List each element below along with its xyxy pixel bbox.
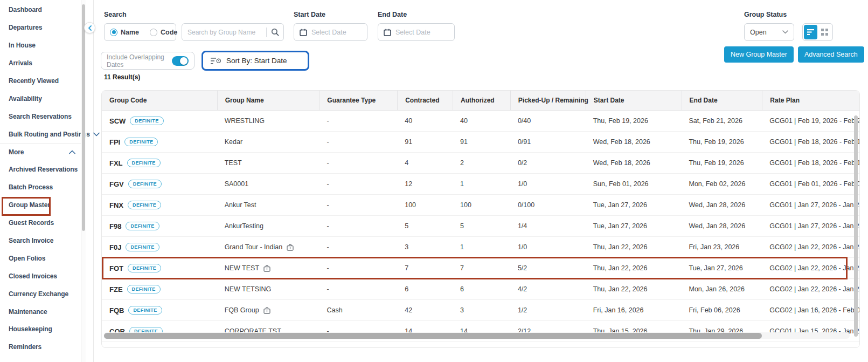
- search-icon[interactable]: [267, 28, 283, 36]
- guarantee-type: -: [319, 237, 397, 257]
- table-row[interactable]: FXL DEFINITE TEST - 4 2 0/2 Wed, Feb 18,…: [102, 153, 859, 174]
- list-view-button[interactable]: [804, 25, 817, 39]
- sidebar-item-open-folios[interactable]: Open Folios: [0, 249, 81, 267]
- picked-up-remaining: 0/2: [510, 153, 586, 173]
- grid-view-button[interactable]: [818, 25, 832, 39]
- column-header-authorized[interactable]: Authorized: [453, 91, 510, 110]
- sidebar-collapse-button[interactable]: [84, 22, 95, 33]
- radio-name-label: Name: [121, 29, 139, 36]
- view-mode-toggle: [802, 23, 833, 41]
- sidebar-item-batch-process[interactable]: Batch Process: [0, 179, 81, 196]
- guarantee-type: -: [319, 195, 397, 215]
- start-date-picker[interactable]: Select Date: [294, 23, 367, 41]
- start-date-placeholder: Select Date: [311, 29, 346, 36]
- authorized: 1: [453, 237, 510, 257]
- authorized: 7: [453, 258, 510, 278]
- group-master-table: Group Code Group Name Guarantee Type Con…: [101, 90, 860, 348]
- rate-plan: GCG02 | Jan 22, 2026 - Jan 23, ...: [762, 237, 859, 257]
- radio-name-dot[interactable]: [110, 29, 117, 36]
- include-overlapping-toggle[interactable]: [172, 56, 189, 66]
- guarantee-type: -: [319, 132, 397, 152]
- sidebar-item-closed-invoices[interactable]: Closed Invoices: [0, 267, 81, 285]
- action-buttons: New Group Master Advanced Search: [724, 46, 864, 63]
- end-date: Thu, Feb 19, 2026: [681, 153, 762, 173]
- table-row[interactable]: F98 DEFINITE AnkurTesting - 5 5 1/4 Tue,…: [102, 216, 859, 237]
- sidebar-item-bulk-routing-and-postings[interactable]: Bulk Routing and Postings: [0, 125, 81, 143]
- horizontal-scrollbar-track[interactable]: [104, 332, 850, 339]
- column-header-group-name[interactable]: Group Name: [217, 91, 320, 110]
- start-date: Thu, Jan 22, 2026: [586, 279, 682, 299]
- chevron-down-icon: [782, 30, 788, 34]
- group-status-label: Group Status: [744, 11, 787, 18]
- end-date-placeholder: Select Date: [395, 29, 430, 36]
- sidebar-item-label: Reminders: [9, 343, 41, 351]
- radio-name[interactable]: Name: [110, 29, 139, 36]
- guarantee-type: -: [319, 279, 397, 299]
- column-header-start-date[interactable]: Start Date: [586, 91, 682, 110]
- guarantee-type: Cash: [319, 300, 397, 320]
- sidebar-item-search-invoice[interactable]: Search Invoice: [0, 232, 81, 250]
- rate-plan: GCG02 | Jan 22, 2026 - Jan 26, ...: [762, 279, 859, 299]
- table-row[interactable]: FZE DEFINITE NEW TETSING - 6 6 4/2 Thu, …: [102, 279, 859, 300]
- radio-code[interactable]: Code: [150, 29, 177, 36]
- table-row[interactable]: FQB DEFINITE FQB Group Cash 42 3 1/2 Fri…: [102, 300, 859, 321]
- sidebar-item-maintenance[interactable]: Maintenance: [0, 303, 81, 320]
- sidebar-item-dashboard[interactable]: Dashboard: [0, 1, 81, 19]
- sidebar-item-recently-viewed[interactable]: Recently Viewed: [0, 72, 81, 90]
- column-header-picked-up-remaining[interactable]: Picked-Up / Remaining: [510, 91, 586, 110]
- status-badge: DEFINITE: [128, 201, 161, 209]
- horizontal-scrollbar-thumb[interactable]: [104, 333, 762, 339]
- group-code: FQB: [109, 306, 124, 315]
- table-row[interactable]: FPI DEFINITE Kedar - 91 91 0/91 Wed, Feb…: [102, 132, 859, 153]
- sidebar-item-label: Search Invoice: [9, 237, 53, 244]
- sidebar-item-arrivals[interactable]: Arrivals: [0, 54, 81, 72]
- sidebar-item-currency-exchange[interactable]: Currency Exchange: [0, 285, 81, 303]
- sidebar-item-housekeeping[interactable]: Housekeeping: [0, 320, 81, 338]
- column-header-group-code[interactable]: Group Code: [102, 91, 217, 110]
- group-status-select[interactable]: Open: [744, 23, 794, 41]
- rate-plan: GCG01 | Jan 27, 2026 - Jan 28, ...: [762, 216, 859, 236]
- sort-by-button[interactable]: Sort By: Start Date: [202, 51, 309, 71]
- advanced-search-button[interactable]: Advanced Search: [798, 46, 864, 63]
- group-name: Grand Tour - Indian: [225, 243, 282, 251]
- sidebar-item-availability[interactable]: Availability: [0, 90, 81, 107]
- column-header-rate-plan[interactable]: Rate Plan: [762, 91, 859, 110]
- table-row[interactable]: F0J DEFINITE Grand Tour - Indian - 3 1 1…: [102, 237, 859, 258]
- authorized: 100: [453, 195, 510, 215]
- status-badge: DEFINITE: [128, 264, 161, 272]
- end-date: Fri, Jan 23, 2026: [681, 237, 762, 257]
- sidebar-item-more[interactable]: More: [0, 143, 81, 161]
- table-row[interactable]: FNX DEFINITE Ankur Test - 100 100 0/100 …: [102, 195, 859, 216]
- vertical-scrollbar-thumb[interactable]: [854, 115, 858, 337]
- sidebar-item-label: Availability: [9, 95, 42, 103]
- new-group-master-button[interactable]: New Group Master: [724, 46, 794, 63]
- sidebar-item-reminders[interactable]: Reminders: [0, 338, 81, 356]
- sidebar-item-in-house[interactable]: In House: [0, 37, 81, 54]
- end-date-label: End Date: [378, 11, 407, 18]
- table-row[interactable]: FGV DEFINITE SA0001 - 12 1 1/0 Sun, Feb …: [102, 174, 859, 195]
- radio-code-dot[interactable]: [150, 29, 157, 36]
- column-header-guarantee-type[interactable]: Guarantee Type: [319, 91, 397, 110]
- sidebar-item-archived-reservations[interactable]: Archived Reservations: [0, 161, 81, 179]
- column-header-contracted[interactable]: Contracted: [397, 91, 453, 110]
- end-date-picker[interactable]: Select Date: [378, 23, 455, 41]
- sidebar-scrollbar-thumb[interactable]: [82, 4, 85, 231]
- table-row[interactable]: SCW DEFINITE WRESTLING - 40 40 0/40 Thu,…: [102, 111, 859, 132]
- column-header-end-date[interactable]: End Date: [682, 91, 762, 110]
- group-name: Ankur Test: [225, 201, 256, 209]
- sidebar-item-label: Currency Exchange: [9, 290, 68, 298]
- status-badge: DEFINITE: [127, 159, 161, 167]
- picked-up-remaining: 4/2: [510, 279, 586, 299]
- rate-plan: GCG01 | Jan 27, 2026 - Jan 28, ...: [762, 195, 859, 215]
- sidebar-item-guest-records[interactable]: Guest Records: [0, 214, 81, 232]
- group-code: FGV: [109, 180, 124, 188]
- search-input[interactable]: [182, 29, 266, 36]
- table-row[interactable]: FOT DEFINITE NEW TEST - 7 7 5/2 Thu, Jan…: [102, 258, 859, 279]
- sidebar-item-search-reservations[interactable]: Search Reservations: [0, 107, 81, 125]
- table-row[interactable]: COR DEFINITE CORPORATE TST - 14 14 2/12 …: [102, 321, 859, 342]
- start-date: Tue, Jan 27, 2026: [586, 216, 682, 236]
- start-date: Wed, Feb 18, 2026: [586, 132, 682, 152]
- sidebar-item-departures[interactable]: Departures: [0, 19, 81, 37]
- contracted: 100: [397, 195, 453, 215]
- sidebar-item-group-master[interactable]: Group Master: [0, 196, 81, 214]
